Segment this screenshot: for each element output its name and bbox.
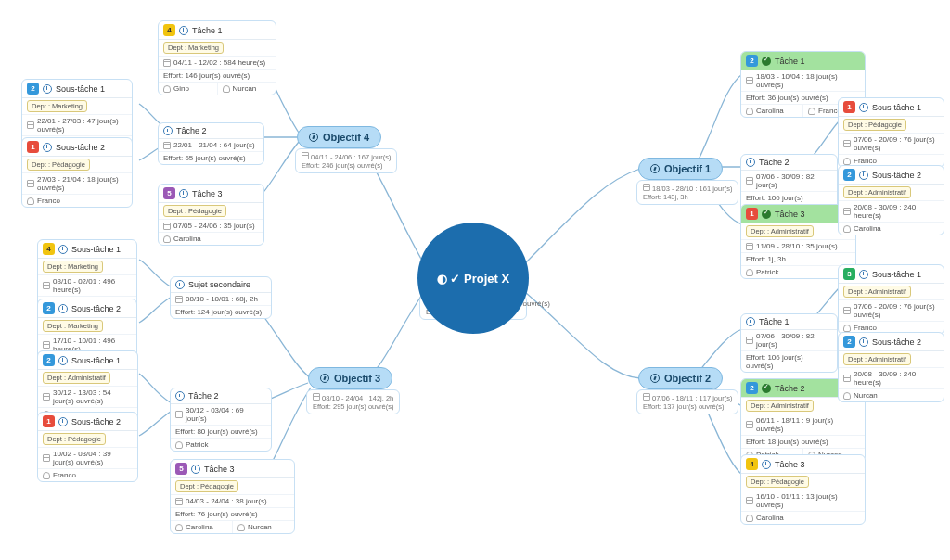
task-o4-t2[interactable]: Tâche 2 22/01 - 21/04 : 64 jour(s) Effor…: [158, 122, 264, 165]
central-node[interactable]: ◐ ✓ Projet X: [417, 223, 529, 334]
objective-2[interactable]: Objectif 2: [638, 367, 723, 389]
central-title: Projet X: [464, 272, 509, 286]
clock-icon: [650, 164, 660, 173]
task-o4-t1[interactable]: 4Tâche 1 Dept : Marketing 04/11 - 12/02 …: [158, 20, 276, 95]
task-o3-t2[interactable]: Tâche 2 30/12 - 03/04 : 69 jour(s) Effor…: [170, 388, 272, 452]
task-o3-sujet[interactable]: Sujet secondaire 08/10 - 10/01 : 68j, 2h…: [170, 276, 272, 319]
task-o2-t3[interactable]: 4Tâche 3 Dept : Pédagogie 16/10 - 01/11 …: [740, 454, 866, 525]
task-o2-t1[interactable]: Tâche 1 07/06 - 30/09 : 82 jour(s) Effor…: [740, 313, 838, 373]
check-icon: [762, 210, 771, 219]
task-o4-t3[interactable]: 5Tâche 3 Dept : Pédagogie 07/05 - 24/06 …: [158, 184, 264, 246]
objective-2-detail: 07/06 - 18/11 : 117 jour(s)Effort: 137 j…: [636, 389, 738, 414]
subtask-o2-t1-s2[interactable]: 2Sous-tâche 2 Dept : Administratif 20/08…: [838, 332, 944, 402]
subtask-o3-t2-s1[interactable]: 2Sous-tâche 1 Dept : Administratif 30/12…: [37, 350, 138, 421]
clock-icon: [746, 158, 755, 167]
objective-4[interactable]: Objectif 4: [297, 126, 381, 148]
clock-icon: [320, 374, 329, 383]
objective-4-detail: 04/11 - 24/06 : 167 jour(s)Effort: 246 j…: [295, 148, 397, 173]
check-icon: [762, 57, 771, 66]
objective-3[interactable]: Objectif 3: [308, 367, 392, 389]
clock-icon: [309, 133, 318, 142]
subtask-o2-t1-s1[interactable]: 3Sous-tâche 1 Dept : Administratif 07/06…: [838, 264, 944, 335]
subtask-o1-t2-s1[interactable]: 1Sous-tâche 1 Dept : Pédagogie 07/06 - 2…: [838, 97, 944, 168]
objective-3-detail: 08/10 - 24/04 : 142j, 2hEffort: 295 jour…: [306, 389, 400, 414]
clock-icon: [650, 374, 660, 383]
subtask-o3-t2-s2[interactable]: 1Sous-tâche 2 Dept : Pédagogie 10/02 - 0…: [37, 412, 138, 482]
objective-1[interactable]: Objectif 1: [638, 158, 723, 180]
subtask-o4-t2-s2[interactable]: 1Sous-tâche 2 Dept : Pédagogie 27/03 - 2…: [21, 137, 133, 208]
task-o3-t3[interactable]: 5Tâche 3 Dept : Pédagogie 04/03 - 24/04 …: [170, 459, 295, 534]
subtask-o1-t2-s2[interactable]: 2Sous-tâche 2 Dept : Administratif 20/08…: [838, 165, 944, 235]
objective-1-detail: 18/03 - 28/10 : 161 jour(s)Effort: 143j,…: [636, 180, 738, 205]
